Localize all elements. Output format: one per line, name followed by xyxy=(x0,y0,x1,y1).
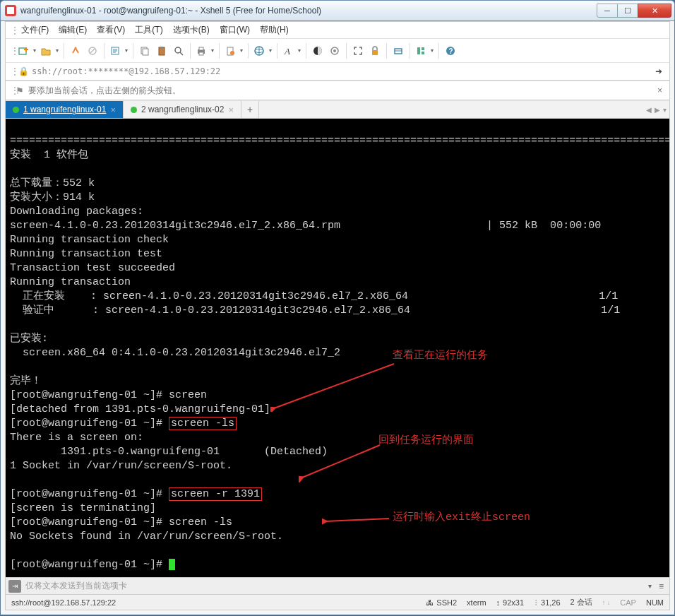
term-line: [detached from 1391.pts-0.wangruifeng-01… xyxy=(10,403,270,415)
menu-view[interactable]: 查看(V) xyxy=(92,23,129,37)
separator xyxy=(104,43,104,59)
svg-point-14 xyxy=(175,47,181,53)
reconnect-button[interactable] xyxy=(67,42,84,59)
status-numlock: NUM xyxy=(646,598,664,607)
tab-close-button[interactable]: × xyxy=(110,105,116,115)
tip-text: 要添加当前会话，点击左侧的箭头按钮。 xyxy=(28,85,181,97)
svg-rect-17 xyxy=(199,47,203,50)
term-line: [root@wangruifeng-01 ~]# screen -ls xyxy=(10,417,237,430)
go-button[interactable]: ➜ xyxy=(652,66,665,76)
paste-button[interactable] xyxy=(153,42,170,59)
fullscreen-button[interactable] xyxy=(350,42,366,59)
status-cursor: ⸽ 31,26 xyxy=(534,598,561,607)
tab-prev-button[interactable]: ◀ xyxy=(646,106,652,114)
svg-line-38 xyxy=(325,519,389,521)
tab-close-button[interactable]: × xyxy=(228,105,234,115)
term-line: [root@wangruifeng-01 ~]# xyxy=(10,559,175,571)
separator xyxy=(306,43,306,59)
separator xyxy=(410,43,410,59)
svg-rect-32 xyxy=(422,47,424,50)
highlight-button[interactable] xyxy=(326,42,343,59)
svg-rect-13 xyxy=(160,47,163,49)
tip-bar: ⋮ ⚑ 要添加当前会话，点击左侧的箭头按钮。 × xyxy=(5,81,670,100)
status-capslock: CAP xyxy=(620,598,636,607)
separator xyxy=(248,43,249,59)
compose-target-dropdown[interactable]: ▾ xyxy=(644,582,656,590)
status-sessions: 2 会话 xyxy=(571,597,592,608)
svg-point-3 xyxy=(75,47,77,49)
menu-window[interactable]: 窗口(W) xyxy=(215,23,254,37)
svg-rect-11 xyxy=(143,49,148,55)
status-transfer-icon: ↑ ↓ xyxy=(602,599,611,606)
menu-help[interactable]: 帮助(H) xyxy=(256,23,293,37)
terminal[interactable]: ========================================… xyxy=(5,119,670,578)
new-session-button[interactable] xyxy=(16,42,38,59)
svg-rect-31 xyxy=(417,47,420,54)
tab-bar: 1 wangruifenglinux-01 × 2 wangrufienglin… xyxy=(5,100,670,119)
term-line: Running transaction xyxy=(10,276,131,288)
term-line: screen-4.1.0-0.23.20120314git3c2946.el7_… xyxy=(10,220,601,232)
log-button[interactable] xyxy=(222,42,245,59)
svg-text:A: A xyxy=(284,46,290,56)
window-titlebar: wangruifenglinux-01 - root@wangruifeng-0… xyxy=(0,0,675,21)
bookmark-icon[interactable]: ⚑ xyxy=(16,85,24,96)
grip-icon: ⋮ xyxy=(10,27,14,34)
color-scheme-button[interactable] xyxy=(309,42,326,59)
tunneling-button[interactable] xyxy=(390,42,407,59)
term-line: Downloading packages: xyxy=(10,206,143,218)
annotation-text: 运行时输入exit终止screen xyxy=(393,511,530,525)
properties-button[interactable] xyxy=(107,42,130,59)
find-button[interactable] xyxy=(170,42,187,59)
svg-line-36 xyxy=(274,364,394,408)
transfer-button[interactable] xyxy=(251,42,274,59)
app-icon xyxy=(5,5,16,16)
svg-text:?: ? xyxy=(449,47,453,55)
status-connection: ssh://root@192.168.57.129:22 xyxy=(11,598,416,607)
window-maximize-button[interactable]: ☐ xyxy=(617,4,638,18)
annotation-text: 回到任务运行的界面 xyxy=(378,434,474,448)
window-close-button[interactable]: ✕ xyxy=(638,4,671,18)
term-line: 1391.pts-0.wangruifeng-01 (Detached) xyxy=(10,446,328,458)
tab-session-1[interactable]: 1 wangruifenglinux-01 × xyxy=(6,101,124,118)
svg-point-20 xyxy=(230,51,234,55)
svg-line-5 xyxy=(90,49,95,53)
window-minimize-button[interactable]: ─ xyxy=(597,4,618,18)
compose-menu-button[interactable]: ≡ xyxy=(656,581,667,591)
term-line: 安装大小：914 k xyxy=(10,191,95,203)
tab-add-button[interactable]: + xyxy=(241,101,259,118)
term-line: 验证中 : screen-4.1.0-0.23.20120314git3c294… xyxy=(10,304,620,316)
tab-next-button[interactable]: ▶ xyxy=(655,106,660,114)
term-line: 完毕！ xyxy=(10,375,42,387)
print-button[interactable] xyxy=(193,42,216,59)
term-line: 1 Socket in /var/run/screen/S-root. xyxy=(10,460,232,472)
help-button[interactable]: ? xyxy=(442,42,459,59)
term-line: 已安装: xyxy=(10,333,48,345)
copy-button[interactable] xyxy=(136,42,153,59)
tab-list-button[interactable]: ▾ xyxy=(663,106,667,114)
menu-tools[interactable]: 工具(T) xyxy=(131,23,167,37)
term-line: Running transaction test xyxy=(10,248,162,260)
open-button[interactable] xyxy=(38,42,61,59)
menu-tabs[interactable]: 选项卡(B) xyxy=(169,23,214,37)
status-bar: ssh://root@192.168.57.129:22 🖧 SSH2 xter… xyxy=(5,595,670,610)
term-line: [root@wangruifeng-01 ~]# screen -ls xyxy=(10,516,232,528)
term-line: No Sockets found in /var/run/screen/S-ro… xyxy=(10,531,283,543)
tab-session-2[interactable]: 2 wangrufienglinux-02 × xyxy=(124,101,241,118)
font-button[interactable]: A xyxy=(280,42,303,59)
status-dot-icon xyxy=(131,107,137,113)
menu-edit[interactable]: 编辑(E) xyxy=(54,23,91,37)
compose-input[interactable]: 仅将文本发送到当前选项卡 xyxy=(25,580,644,592)
disconnect-button[interactable] xyxy=(84,42,101,59)
tip-close-button[interactable]: × xyxy=(655,85,665,95)
lock-button[interactable] xyxy=(366,42,383,59)
layout-button[interactable] xyxy=(413,42,436,59)
separator xyxy=(190,43,191,59)
separator xyxy=(64,43,64,59)
menu-file[interactable]: 文件(F) xyxy=(17,23,53,37)
separator xyxy=(346,43,347,59)
separator xyxy=(277,43,277,59)
term-line: [root@wangruifeng-01 ~]# screen -r 1391 xyxy=(10,487,262,501)
address-input[interactable]: ssh://root:********@192.168.57.129:22 xyxy=(32,66,652,76)
send-mode-icon[interactable]: ⇥ xyxy=(8,580,21,593)
grip-icon: ⋮ xyxy=(10,87,14,94)
